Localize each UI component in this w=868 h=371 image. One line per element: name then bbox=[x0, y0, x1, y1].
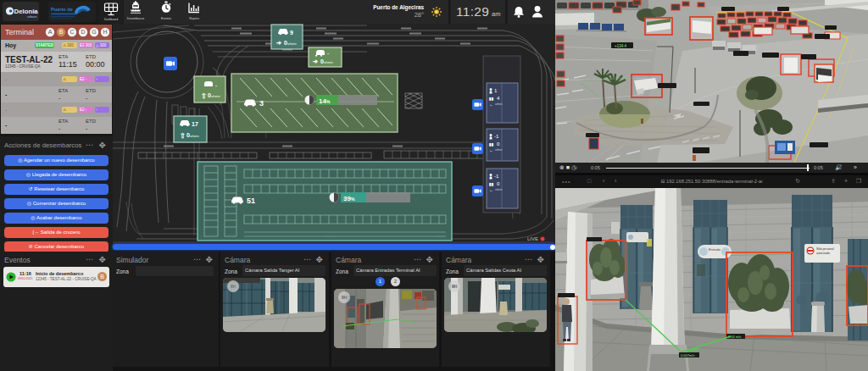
svg-text:0u/min: 0u/min bbox=[320, 58, 333, 64]
svg-text:software: software bbox=[27, 15, 37, 19]
svg-text:-1: -1 bbox=[494, 134, 499, 139]
svg-text:Puerto de: Puerto de bbox=[51, 7, 73, 12]
svg-text:+134.4: +134.4 bbox=[615, 44, 626, 48]
svg-text:-: - bbox=[215, 83, 217, 88]
svg-text:9: 9 bbox=[290, 30, 293, 36]
svg-text:←: ← bbox=[489, 102, 493, 107]
svg-text:0u/min: 0u/min bbox=[208, 92, 220, 98]
svg-text:←: ← bbox=[489, 147, 493, 152]
svg-text:11:29: 11:29 bbox=[456, 4, 489, 19]
svg-text:autorizado: autorizado bbox=[816, 252, 830, 255]
svg-text:u/min: u/min bbox=[495, 102, 502, 106]
svg-text:H: H bbox=[103, 29, 107, 35]
svg-text:am: am bbox=[492, 10, 500, 18]
svg-text:➔: ➔ bbox=[313, 58, 318, 64]
svg-text:LIVE: LIVE bbox=[527, 236, 538, 241]
svg-text:Puerto de Algeciras: Puerto de Algeciras bbox=[373, 4, 424, 11]
svg-text:▮▮: ▮▮ bbox=[489, 141, 494, 147]
svg-text:G: G bbox=[92, 29, 96, 35]
svg-text:u/min: u/min bbox=[495, 148, 502, 152]
svg-text:14%: 14% bbox=[319, 97, 331, 105]
svg-text:C: C bbox=[70, 29, 74, 35]
svg-text:Entrada: Entrada bbox=[709, 247, 721, 252]
svg-text:Delonia: Delonia bbox=[14, 8, 39, 15]
svg-text:A: A bbox=[48, 29, 53, 35]
svg-text:▮▮: ▮▮ bbox=[489, 96, 494, 101]
svg-text:Eventos: Eventos bbox=[161, 17, 171, 20]
svg-text:D: D bbox=[81, 29, 85, 35]
svg-text:Reports: Reports bbox=[189, 17, 199, 20]
svg-text:0.007m/s: 0.007m/s bbox=[681, 353, 694, 357]
svg-text:Desembarcos: Desembarcos bbox=[127, 17, 145, 20]
svg-text:←: ← bbox=[489, 187, 493, 192]
svg-text:17: 17 bbox=[192, 121, 198, 127]
svg-text:▮▮: ▮▮ bbox=[489, 181, 494, 186]
svg-text:u/min: u/min bbox=[495, 188, 502, 191]
svg-text:-: - bbox=[327, 51, 329, 56]
svg-text:-1: -1 bbox=[494, 174, 499, 179]
svg-text:Sólo personal: Sólo personal bbox=[816, 247, 834, 251]
svg-text:51: 51 bbox=[247, 197, 255, 205]
svg-text:➔: ➔ bbox=[276, 40, 281, 46]
svg-text:B: B bbox=[59, 29, 64, 35]
svg-text:39%: 39% bbox=[343, 195, 355, 202]
svg-text:⇧: ⇧ bbox=[180, 132, 186, 140]
svg-text:0u/min: 0u/min bbox=[186, 132, 199, 138]
svg-text:Dashboard: Dashboard bbox=[104, 18, 118, 21]
svg-text:⇧: ⇧ bbox=[201, 92, 207, 100]
svg-text:0u/min: 0u/min bbox=[284, 40, 297, 46]
svg-text:28°: 28° bbox=[415, 11, 424, 19]
svg-text:3: 3 bbox=[259, 99, 264, 108]
